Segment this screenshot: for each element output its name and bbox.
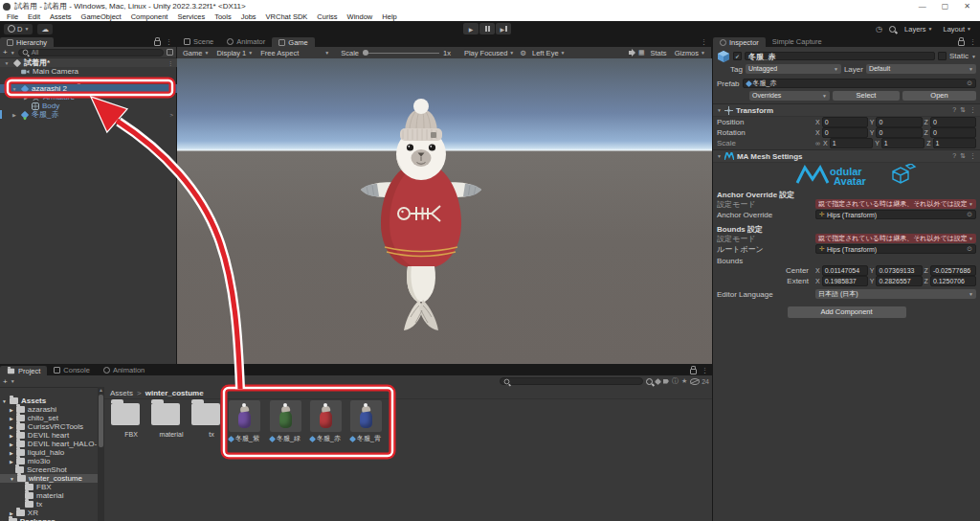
component-menu-icon[interactable]: ⋮: [969, 106, 976, 114]
search-by-label-icon[interactable]: [663, 379, 669, 384]
breadcrumb-assets[interactable]: Assets: [110, 389, 133, 397]
foldout-icon[interactable]: ▼: [11, 86, 17, 92]
hierarchy-search-input[interactable]: All: [18, 49, 164, 57]
menu-component[interactable]: Component: [126, 12, 173, 21]
layers-dropdown[interactable]: Layers▼: [902, 25, 934, 34]
minimize-button[interactable]: —: [919, 2, 926, 11]
scale-y-field[interactable]: 1: [881, 138, 924, 148]
tree-item-azarashi[interactable]: ▶azarashi: [0, 405, 98, 414]
prefab-open-chevron-icon[interactable]: >: [169, 86, 173, 92]
tree-item-screenshot[interactable]: ScreenShot: [0, 465, 98, 474]
tree-item-tx[interactable]: tx: [0, 500, 98, 509]
menu-file[interactable]: File: [2, 12, 23, 21]
menu-window[interactable]: Window: [343, 12, 378, 21]
position-z-field[interactable]: 0: [930, 117, 976, 127]
layer-dropdown[interactable]: Default▼: [866, 64, 976, 74]
overrides-dropdown[interactable]: Overrides▼: [749, 91, 830, 101]
center-x-field[interactable]: 0.01147054: [822, 265, 868, 276]
menu-jobs[interactable]: Jobs: [236, 12, 261, 21]
tab-console[interactable]: Console: [47, 365, 97, 375]
panel-menu-icon[interactable]: ⋮: [969, 38, 976, 46]
close-button[interactable]: ✕: [964, 2, 970, 11]
eye-mode-dropdown[interactable]: Left Eye▼: [530, 49, 567, 57]
tree-item-assets[interactable]: ▼Assets: [0, 396, 98, 405]
maximize-button[interactable]: ▢: [942, 2, 949, 11]
static-dropdown-icon[interactable]: ▼: [971, 54, 976, 59]
menu-edit[interactable]: Edit: [23, 12, 45, 21]
tree-item-xr[interactable]: ▶XR: [0, 509, 98, 517]
object-picker-icon[interactable]: ⊙: [967, 79, 972, 87]
tab-inspector[interactable]: Inspector: [713, 37, 766, 47]
asset-prefab-fuyufuku-aka[interactable]: 冬服_赤: [305, 400, 345, 443]
help-icon[interactable]: ?: [952, 152, 956, 160]
asset-prefab-fuyufuku-ao[interactable]: 冬服_青: [345, 400, 386, 443]
tree-item-packages[interactable]: ▶Packages: [0, 517, 98, 521]
bounds-mode-dropdown[interactable]: 親で指定されている時は継承、それ以外では設定▼: [815, 234, 976, 243]
add-component-button[interactable]: Add Component: [788, 306, 906, 318]
gameobject-name-field[interactable]: 冬服_赤: [745, 52, 935, 60]
prefab-object-field[interactable]: 冬服_赤 ⊙: [743, 79, 976, 88]
step-button[interactable]: ▶: [496, 23, 511, 34]
anchor-override-field[interactable]: ✛ Hips (Transform) ⊙: [815, 210, 976, 219]
game-mode-dropdown[interactable]: Game▼: [181, 49, 211, 57]
menu-gameobject[interactable]: GameObject: [77, 12, 126, 21]
lock-icon[interactable]: [690, 369, 697, 374]
create-dropdown-icon[interactable]: ▼: [11, 378, 15, 384]
tag-dropdown[interactable]: Untagged▼: [746, 64, 841, 74]
asset-prefab-fuyufuku-midori[interactable]: 冬服_緑: [265, 400, 305, 443]
mute-audio-icon[interactable]: [629, 51, 633, 55]
editor-language-dropdown[interactable]: 日本語 (日本)▼: [815, 289, 976, 299]
lock-icon[interactable]: [154, 40, 161, 46]
tab-animation[interactable]: Animation: [97, 365, 151, 375]
root-bone-field[interactable]: ✛ Hips (Transform) ⊙: [815, 244, 976, 254]
tree-item-winter-costume[interactable]: ▼winter_costume: [0, 474, 98, 483]
search-icon[interactable]: [889, 26, 896, 33]
hierarchy-item-azarashi-2[interactable]: ▼ azarashi 2 >: [0, 84, 177, 93]
component-menu-icon[interactable]: ⋮: [969, 152, 976, 160]
rotation-x-field[interactable]: 0: [822, 127, 868, 138]
static-checkbox[interactable]: [938, 52, 947, 60]
scroll-up-icon[interactable]: ▲: [99, 387, 103, 393]
search-filter-icon[interactable]: [167, 49, 173, 56]
transform-header[interactable]: ▼ Transform ?⇅⋮: [713, 103, 980, 117]
presets-icon[interactable]: ⇅: [960, 106, 966, 114]
tree-item-devil-heart-halo[interactable]: ▶DEVIL heart_HALO-: [0, 440, 98, 448]
menu-assets[interactable]: Assets: [45, 12, 77, 21]
panel-menu-icon[interactable]: ⋮: [166, 38, 172, 46]
menu-curiss[interactable]: Curiss: [312, 12, 342, 21]
play-button[interactable]: ▶: [463, 23, 479, 34]
panel-menu-icon[interactable]: ⋮: [701, 38, 707, 46]
display-dropdown[interactable]: Display 1▼: [214, 49, 255, 57]
object-picker-icon[interactable]: ⊙: [967, 245, 972, 253]
tab-hierarchy[interactable]: Hierarchy: [0, 37, 54, 47]
save-search-icon[interactable]: ★: [681, 377, 687, 385]
scale-slider[interactable]: [363, 53, 439, 54]
rotation-z-field[interactable]: 0: [930, 127, 976, 138]
asset-folder-fbx[interactable]: FBX: [111, 403, 151, 438]
scale-z-field[interactable]: 1: [933, 138, 976, 148]
tab-animator[interactable]: Animator: [220, 36, 272, 47]
gizmos-dropdown[interactable]: Gizmos▼: [673, 49, 707, 57]
hierarchy-item-main-camera[interactable]: Main Camera: [0, 67, 177, 76]
center-z-field[interactable]: -0.02577686: [930, 265, 976, 276]
extent-z-field[interactable]: 0.1250706: [930, 276, 976, 286]
play-mode-dropdown[interactable]: Play Focused▼: [462, 49, 516, 57]
lock-icon[interactable]: [958, 40, 965, 46]
tree-item-curissvrctools[interactable]: ▶CurissVRCTools: [0, 422, 98, 431]
search-info-icon[interactable]: ⓘ: [672, 376, 679, 386]
hierarchy-item-body[interactable]: Body: [0, 102, 177, 110]
foldout-icon[interactable]: ▶: [11, 112, 17, 118]
scene-menu-icon[interactable]: ⋮: [167, 59, 173, 66]
menu-services[interactable]: Services: [172, 12, 210, 21]
center-y-field[interactable]: 0.07369133: [876, 265, 922, 276]
foldout-icon[interactable]: ▶: [23, 95, 29, 101]
tab-game[interactable]: Game: [272, 37, 314, 47]
tree-item-fbx[interactable]: FBX: [0, 483, 98, 491]
tree-item-chito-set[interactable]: ▶chito_set: [0, 414, 98, 422]
game-viewport[interactable]: [177, 58, 712, 364]
rotation-y-field[interactable]: 0: [876, 127, 922, 138]
foldout-icon[interactable]: ▼: [4, 60, 10, 66]
hierarchy-item-armature[interactable]: ▶ Armature: [0, 93, 177, 102]
menu-tools[interactable]: Tools: [210, 12, 236, 21]
position-x-field[interactable]: 0: [822, 117, 868, 127]
